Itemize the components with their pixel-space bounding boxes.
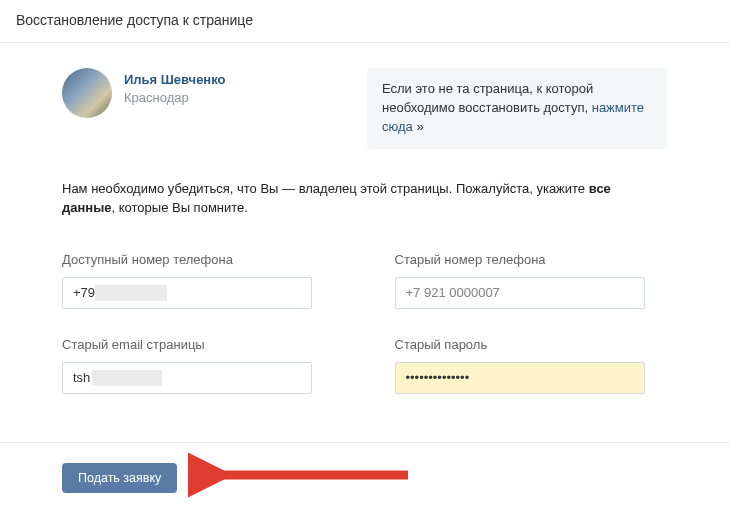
- profile-text: Илья Шевченко Краснодар: [124, 68, 226, 105]
- field-available-phone: Доступный номер телефона: [62, 252, 312, 309]
- intro-part2: , которые Вы помните.: [112, 200, 248, 215]
- censor-block: [92, 370, 162, 386]
- page-header: Восстановление доступа к странице: [0, 0, 729, 43]
- notice-text: Если это не та страница, к которой необх…: [382, 81, 593, 115]
- wrong-page-notice: Если это не та страница, к которой необх…: [367, 68, 667, 149]
- field-old-password: Старый пароль: [395, 337, 645, 394]
- profile: Илья Шевченко Краснодар: [62, 68, 327, 118]
- intro-part1: Нам необходимо убедиться, что Вы — владе…: [62, 181, 589, 196]
- page-title: Восстановление доступа к странице: [16, 12, 713, 28]
- input-old-password[interactable]: [395, 362, 645, 394]
- profile-city: Краснодар: [124, 90, 226, 105]
- label-old-password: Старый пароль: [395, 337, 645, 352]
- footer: Подать заявку: [0, 443, 729, 508]
- main-container: Илья Шевченко Краснодар Если это не та с…: [0, 43, 729, 508]
- annotation-arrow-icon: [188, 451, 418, 499]
- profile-row: Илья Шевченко Краснодар Если это не та с…: [0, 68, 729, 149]
- recovery-form: Доступный номер телефона Старый номер те…: [0, 252, 729, 394]
- label-old-phone: Старый номер телефона: [395, 252, 645, 267]
- label-old-email: Старый email страницы: [62, 337, 312, 352]
- censor-block: [95, 285, 167, 301]
- intro-text: Нам необходимо убедиться, что Вы — владе…: [0, 179, 729, 218]
- label-available-phone: Доступный номер телефона: [62, 252, 312, 267]
- field-old-phone: Старый номер телефона: [395, 252, 645, 309]
- notice-raquo: »: [413, 119, 424, 134]
- field-old-email: Старый email страницы: [62, 337, 312, 394]
- profile-name[interactable]: Илья Шевченко: [124, 72, 226, 87]
- submit-button[interactable]: Подать заявку: [62, 463, 177, 493]
- avatar: [62, 68, 112, 118]
- input-old-phone[interactable]: [395, 277, 645, 309]
